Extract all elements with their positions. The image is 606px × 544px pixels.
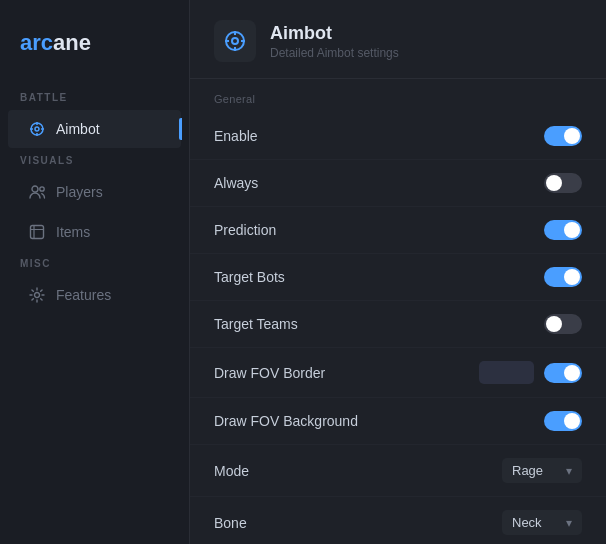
- setting-label-draw-fov-background: Draw FOV Background: [214, 413, 358, 429]
- sidebar-item-label-features: Features: [56, 287, 111, 303]
- svg-point-11: [232, 38, 238, 44]
- toggle-always[interactable]: [544, 173, 582, 193]
- setting-label-prediction: Prediction: [214, 222, 276, 238]
- setting-label-target-teams: Target Teams: [214, 316, 298, 332]
- section-label-visuals: VISUALS: [0, 149, 189, 172]
- dropdown-bone[interactable]: Neck ▾: [502, 510, 582, 535]
- setting-label-enable: Enable: [214, 128, 258, 144]
- sidebar-item-label-items: Items: [56, 224, 90, 240]
- logo-prefix: arc: [20, 30, 53, 55]
- setting-row-draw-fov-border: Draw FOV Border: [190, 348, 606, 398]
- chevron-down-icon-bone: ▾: [566, 516, 572, 530]
- crosshair-icon: [28, 120, 46, 138]
- logo-suffix: ane: [53, 30, 91, 55]
- toggle-thumb-always: [546, 175, 562, 191]
- items-icon: [28, 223, 46, 241]
- toggle-thumb-enable: [564, 128, 580, 144]
- dropdown-bone-value: Neck: [512, 515, 542, 530]
- toggle-draw-fov-background[interactable]: [544, 411, 582, 431]
- users-icon: [28, 183, 46, 201]
- setting-label-bone: Bone: [214, 515, 247, 531]
- setting-row-bone: Bone Neck ▾: [190, 497, 606, 544]
- gear-icon: [28, 286, 46, 304]
- toggle-thumb-draw-fov-border: [564, 365, 580, 381]
- sidebar-item-label-players: Players: [56, 184, 103, 200]
- page-header: Aimbot Detailed Aimbot settings: [190, 0, 606, 79]
- toggle-target-bots[interactable]: [544, 267, 582, 287]
- setting-row-target-teams: Target Teams: [190, 301, 606, 348]
- toggle-enable[interactable]: [544, 126, 582, 146]
- setting-label-mode: Mode: [214, 463, 249, 479]
- setting-label-draw-fov-border: Draw FOV Border: [214, 365, 325, 381]
- toggle-thumb-draw-fov-background: [564, 413, 580, 429]
- dropdown-mode[interactable]: Rage ▾: [502, 458, 582, 483]
- sidebar-item-aimbot[interactable]: Aimbot: [8, 110, 181, 148]
- sidebar: arcane BATTLE Aimbot VISUALS P: [0, 0, 190, 544]
- setting-row-target-bots: Target Bots: [190, 254, 606, 301]
- setting-row-enable: Enable: [190, 113, 606, 160]
- settings-section-label: General: [190, 79, 606, 113]
- toggle-thumb-target-bots: [564, 269, 580, 285]
- svg-point-7: [39, 187, 43, 191]
- page-header-text: Aimbot Detailed Aimbot settings: [270, 23, 399, 60]
- section-label-misc: MISC: [0, 252, 189, 275]
- sidebar-item-features[interactable]: Features: [8, 276, 181, 314]
- sidebar-item-label-aimbot: Aimbot: [56, 121, 100, 137]
- setting-label-always: Always: [214, 175, 258, 191]
- fov-border-input[interactable]: [479, 361, 534, 384]
- section-label-battle: BATTLE: [0, 86, 189, 109]
- setting-label-target-bots: Target Bots: [214, 269, 285, 285]
- toggle-thumb-target-teams: [546, 316, 562, 332]
- page-title: Aimbot: [270, 23, 399, 44]
- dropdown-mode-value: Rage: [512, 463, 543, 478]
- toggle-target-teams[interactable]: [544, 314, 582, 334]
- toggle-thumb-prediction: [564, 222, 580, 238]
- sidebar-item-items[interactable]: Items: [8, 213, 181, 251]
- svg-rect-8: [31, 226, 44, 239]
- toggle-draw-fov-border[interactable]: [544, 363, 582, 383]
- setting-row-mode: Mode Rage ▾: [190, 445, 606, 497]
- chevron-down-icon: ▾: [566, 464, 572, 478]
- sidebar-item-players[interactable]: Players: [8, 173, 181, 211]
- setting-row-draw-fov-background: Draw FOV Background: [190, 398, 606, 445]
- page-header-icon: [214, 20, 256, 62]
- main-content: Aimbot Detailed Aimbot settings General …: [190, 0, 606, 544]
- svg-point-1: [35, 127, 39, 131]
- setting-row-always: Always: [190, 160, 606, 207]
- setting-row-prediction: Prediction: [190, 207, 606, 254]
- app-logo: arcane: [0, 20, 189, 86]
- page-subtitle: Detailed Aimbot settings: [270, 46, 399, 60]
- svg-point-6: [32, 186, 38, 192]
- svg-point-9: [35, 293, 40, 298]
- toggle-prediction[interactable]: [544, 220, 582, 240]
- setting-right-draw-fov-border: [479, 361, 582, 384]
